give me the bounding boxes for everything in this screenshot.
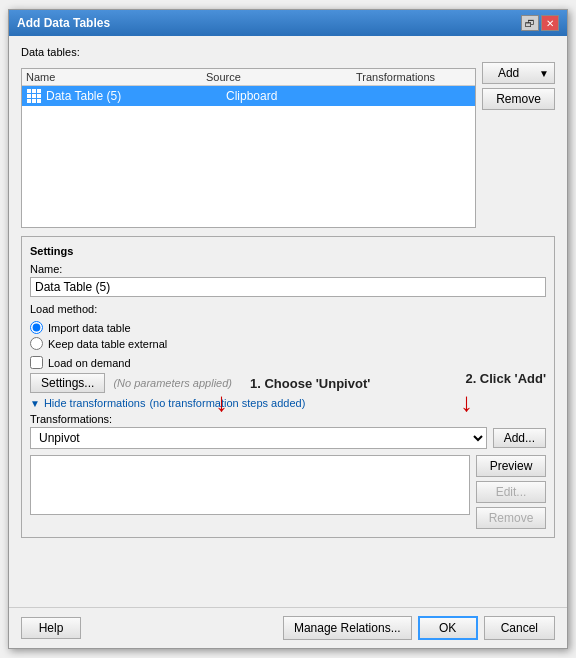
trans-list xyxy=(30,455,470,515)
ok-button[interactable]: OK xyxy=(418,616,478,640)
table-header: Name Source Transformations xyxy=(22,69,475,86)
load-method-group: Import data table Keep data table extern… xyxy=(30,321,546,350)
no-params-text: (No parameters applied) xyxy=(113,377,232,389)
trans-area: Preview Edit... Remove xyxy=(30,455,546,529)
remove-table-button[interactable]: Remove xyxy=(482,88,555,110)
close-button[interactable]: ✕ xyxy=(541,15,559,31)
radio-import-row: Import data table xyxy=(30,321,546,334)
load-on-demand-checkbox[interactable] xyxy=(30,356,43,369)
dialog-title: Add Data Tables xyxy=(17,16,110,30)
radio-import[interactable] xyxy=(30,321,43,334)
tables-row: Name Source Transformations xyxy=(21,62,555,228)
help-button[interactable]: Help xyxy=(21,617,81,639)
footer-right: Manage Relations... OK Cancel xyxy=(283,616,555,640)
data-tables-group: Data tables: Name Source Transformations xyxy=(21,46,555,228)
cancel-button[interactable]: Cancel xyxy=(484,616,555,640)
preview-button[interactable]: Preview xyxy=(476,455,546,477)
trans-btn-col: Preview Edit... Remove xyxy=(476,455,546,529)
transform-toggle[interactable]: ▼ Hide transformations (no transformatio… xyxy=(30,397,546,409)
name-input[interactable] xyxy=(30,277,546,297)
name-label: Name: xyxy=(30,263,546,275)
table-btn-area: Add ▼ Remove xyxy=(482,62,555,228)
title-bar-controls: 🗗 ✕ xyxy=(521,15,559,31)
col-header-name: Name xyxy=(26,71,206,83)
trans-remove-button[interactable]: Remove xyxy=(476,507,546,529)
annotation-step1: 1. Choose 'Unpivot' xyxy=(250,376,370,391)
load-on-demand-row: Load on demand xyxy=(30,356,546,369)
add-data-tables-dialog: Add Data Tables 🗗 ✕ Data tables: Name So… xyxy=(8,9,568,649)
settings-label: Settings xyxy=(30,245,546,257)
add-button-split: Add ▼ xyxy=(482,62,555,84)
settings-button[interactable]: Settings... xyxy=(30,373,105,393)
radio-keep[interactable] xyxy=(30,337,43,350)
title-bar: Add Data Tables 🗗 ✕ xyxy=(9,10,567,36)
row-source: Clipboard xyxy=(226,89,376,103)
row-name: Data Table (5) xyxy=(46,89,226,103)
transform-section: ▼ Hide transformations (no transformatio… xyxy=(30,397,546,529)
edit-button[interactable]: Edit... xyxy=(476,481,546,503)
load-on-demand-label: Load on demand xyxy=(48,357,131,369)
trans-select-area: Unpivot Pivot Transpose Filter Sort Add.… xyxy=(30,427,546,449)
data-table-container: Name Source Transformations xyxy=(21,68,476,228)
data-tables-label: Data tables: xyxy=(21,46,555,58)
radio-keep-label: Keep data table external xyxy=(48,338,167,350)
transform-add-button[interactable]: Add... xyxy=(493,428,546,448)
dialog-footer: Help Manage Relations... OK Cancel xyxy=(9,607,567,648)
select-row: Unpivot Pivot Transpose Filter Sort Add.… xyxy=(30,427,546,449)
restore-button[interactable]: 🗗 xyxy=(521,15,539,31)
radio-keep-row: Keep data table external xyxy=(30,337,546,350)
dialog-content: Data tables: Name Source Transformations xyxy=(9,36,567,607)
transformations-label: Transformations: xyxy=(30,413,546,425)
add-dropdown-arrow[interactable]: ▼ xyxy=(534,62,555,84)
transform-hide-label: Hide transformations xyxy=(44,397,146,409)
settings-btn-row: Settings... (No parameters applied) 1. C… xyxy=(30,373,546,393)
load-method-label: Load method: xyxy=(30,303,546,315)
col-header-transformations: Transformations xyxy=(356,71,471,83)
transform-note-text: (no transformation steps added) xyxy=(149,397,305,409)
table-grid-icon xyxy=(26,88,42,104)
transformation-select[interactable]: Unpivot Pivot Transpose Filter Sort xyxy=(30,427,487,449)
radio-import-label: Import data table xyxy=(48,322,131,334)
table-wrapper: Name Source Transformations xyxy=(21,62,476,228)
chevron-icon: ▼ xyxy=(30,398,40,409)
manage-relations-button[interactable]: Manage Relations... xyxy=(283,616,412,640)
col-header-source: Source xyxy=(206,71,356,83)
footer-left: Help xyxy=(21,617,81,639)
add-main-button[interactable]: Add xyxy=(482,62,534,84)
settings-section: Settings Name: Load method: Import data … xyxy=(21,236,555,538)
table-row[interactable]: Data Table (5) Clipboard xyxy=(22,86,475,106)
